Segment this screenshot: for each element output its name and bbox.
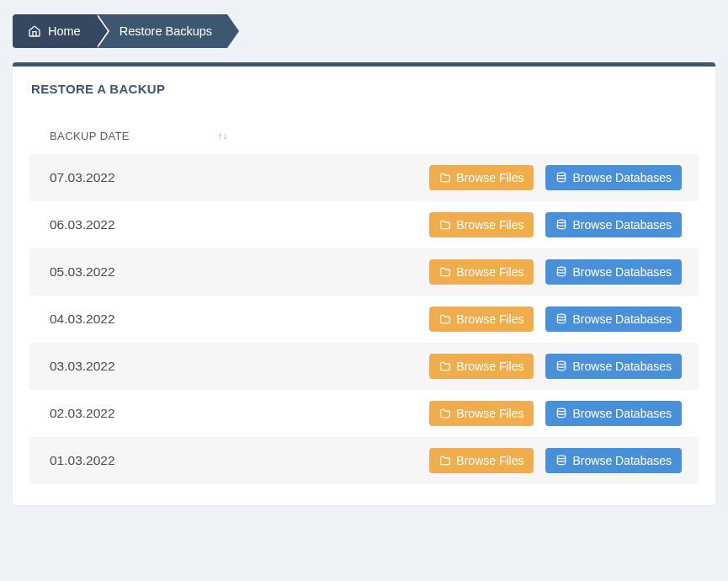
breadcrumb-current[interactable]: Restore Backups <box>96 14 227 48</box>
breadcrumb-home[interactable]: Home <box>13 14 96 48</box>
backup-date: 07.03.2022 <box>50 170 115 185</box>
browse-databases-button[interactable]: Browse Databases <box>545 354 682 379</box>
browse-databases-label: Browse Databases <box>572 360 672 373</box>
backup-date: 01.03.2022 <box>50 453 115 468</box>
browse-databases-label: Browse Databases <box>572 265 672 279</box>
row-actions: Browse Files Browse Databases <box>429 212 682 237</box>
browse-files-button[interactable]: Browse Files <box>429 259 534 285</box>
browse-files-button[interactable]: Browse Files <box>429 354 534 379</box>
browse-databases-button[interactable]: Browse Databases <box>545 165 682 190</box>
folder-icon <box>439 219 451 231</box>
browse-files-label: Browse Files <box>456 218 523 232</box>
svg-point-6 <box>558 456 566 459</box>
database-icon <box>555 360 567 372</box>
database-icon <box>555 172 567 184</box>
browse-files-label: Browse Files <box>456 360 523 373</box>
row-actions: Browse Files Browse Databases <box>429 165 682 190</box>
database-icon <box>555 408 567 419</box>
folder-icon <box>439 455 451 466</box>
backup-date: 05.03.2022 <box>50 264 115 280</box>
backup-date: 03.03.2022 <box>50 359 115 374</box>
browse-databases-label: Browse Databases <box>572 312 672 326</box>
svg-point-4 <box>558 361 566 365</box>
breadcrumb-home-label: Home <box>48 24 81 38</box>
browse-databases-button[interactable]: Browse Databases <box>545 212 682 237</box>
row-actions: Browse Files Browse Databases <box>429 306 682 332</box>
browse-files-button[interactable]: Browse Files <box>429 448 534 473</box>
row-actions: Browse Files Browse Databases <box>429 259 682 285</box>
table-row: 05.03.2022 Browse Files Br <box>29 248 699 296</box>
browse-databases-label: Browse Databases <box>572 171 672 184</box>
browse-files-label: Browse Files <box>456 171 523 184</box>
database-icon <box>555 266 567 278</box>
browse-files-button[interactable]: Browse Files <box>429 212 534 237</box>
table-body: 07.03.2022 Browse Files Br <box>29 154 699 484</box>
home-icon <box>28 24 41 38</box>
breadcrumb: Home Restore Backups <box>13 14 715 48</box>
restore-panel: RESTORE A BACKUP BACKUP DATE ↑↓ 07.03.20… <box>13 62 715 505</box>
browse-databases-label: Browse Databases <box>572 454 672 467</box>
folder-icon <box>439 313 451 325</box>
table-row: 04.03.2022 Browse Files Br <box>29 296 699 343</box>
browse-databases-label: Browse Databases <box>572 218 672 232</box>
browse-files-button[interactable]: Browse Files <box>429 401 534 426</box>
table-row: 06.03.2022 Browse Files Br <box>29 201 699 248</box>
svg-point-1 <box>558 220 566 223</box>
row-actions: Browse Files Browse Databases <box>429 448 682 473</box>
row-actions: Browse Files Browse Databases <box>429 354 682 379</box>
database-icon <box>555 313 567 325</box>
browse-databases-button[interactable]: Browse Databases <box>545 448 682 473</box>
breadcrumb-current-label: Restore Backups <box>120 24 212 38</box>
browse-files-label: Browse Files <box>456 312 523 326</box>
row-actions: Browse Files Browse Databases <box>429 401 682 426</box>
browse-databases-button[interactable]: Browse Databases <box>545 306 682 332</box>
svg-point-0 <box>558 173 566 176</box>
table-head: BACKUP DATE ↑↓ <box>29 113 699 154</box>
browse-databases-label: Browse Databases <box>572 407 672 420</box>
table-row: 02.03.2022 Browse Files Br <box>29 390 699 437</box>
folder-icon <box>439 172 451 184</box>
browse-files-button[interactable]: Browse Files <box>429 165 534 190</box>
browse-files-label: Browse Files <box>456 265 523 279</box>
database-icon <box>555 455 567 466</box>
browse-files-label: Browse Files <box>456 407 523 420</box>
column-label: BACKUP DATE <box>50 130 130 142</box>
folder-icon <box>439 408 451 419</box>
backup-date: 04.03.2022 <box>50 312 115 327</box>
table-container: BACKUP DATE ↑↓ 07.03.2022 Browse Files <box>13 104 715 505</box>
table-row: 01.03.2022 Browse Files Br <box>29 437 699 484</box>
browse-files-label: Browse Files <box>456 454 523 467</box>
panel-title: RESTORE A BACKUP <box>13 67 715 104</box>
backup-date: 06.03.2022 <box>50 217 115 232</box>
svg-point-5 <box>558 408 566 412</box>
folder-icon <box>439 360 451 372</box>
browse-files-button[interactable]: Browse Files <box>429 306 534 332</box>
svg-point-3 <box>558 314 566 317</box>
database-icon <box>555 219 567 231</box>
folder-icon <box>439 266 451 278</box>
svg-point-2 <box>558 267 566 270</box>
table-row: 03.03.2022 Browse Files Br <box>29 343 699 390</box>
browse-databases-button[interactable]: Browse Databases <box>545 259 682 285</box>
backup-date: 02.03.2022 <box>50 406 115 421</box>
sort-icon: ↑↓ <box>218 131 226 141</box>
table-row: 07.03.2022 Browse Files Br <box>29 154 699 201</box>
browse-databases-button[interactable]: Browse Databases <box>545 401 682 426</box>
column-backup-date[interactable]: BACKUP DATE ↑↓ <box>50 130 226 142</box>
